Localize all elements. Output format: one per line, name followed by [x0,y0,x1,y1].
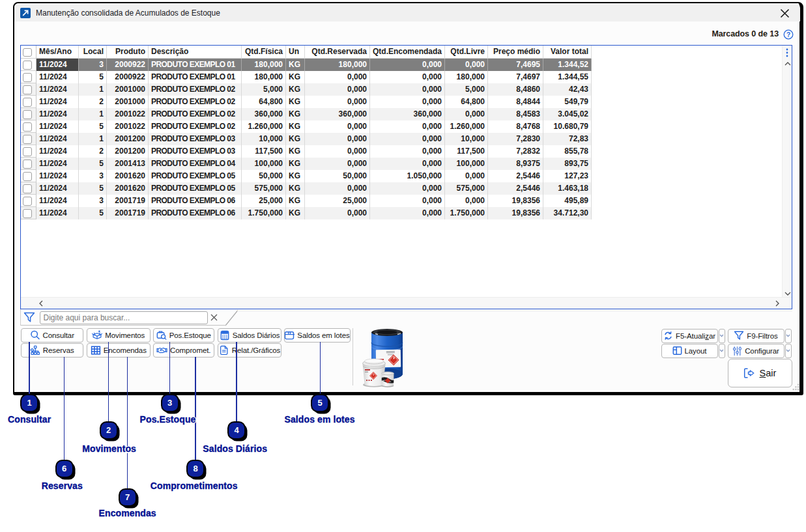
svg-text:?: ? [786,31,790,38]
